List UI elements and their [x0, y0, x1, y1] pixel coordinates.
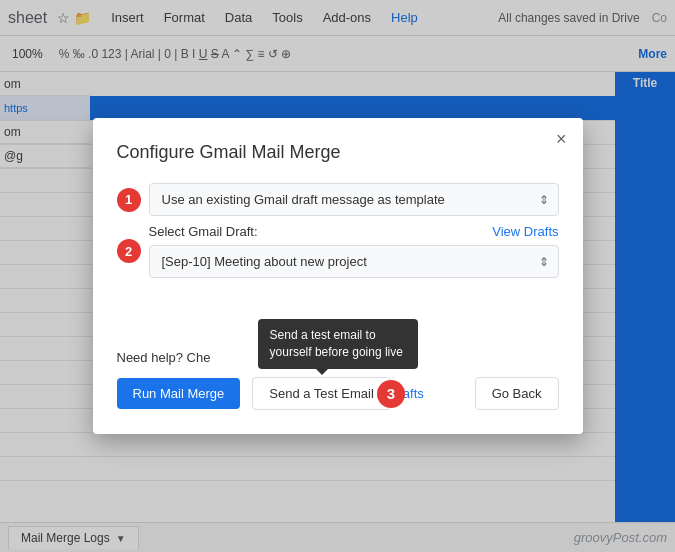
- step2-row: 2 Select Gmail Draft: View Drafts [Sep-1…: [117, 224, 559, 278]
- draft-label-row: Select Gmail Draft: View Drafts: [149, 224, 559, 239]
- step1-badge: 1: [117, 188, 141, 212]
- tooltip-text: Send a test email to yourself before goi…: [270, 328, 403, 359]
- modal-title: Configure Gmail Mail Merge: [117, 142, 559, 163]
- step1-row: 1 Use an existing Gmail draft message as…: [117, 183, 559, 216]
- draft-select[interactable]: [Sep-10] Meeting about new project: [149, 245, 559, 278]
- view-drafts-button[interactable]: afts: [403, 386, 424, 401]
- modal-close-button[interactable]: ×: [556, 130, 567, 148]
- modal-overlay: × Configure Gmail Mail Merge 1 Use an ex…: [0, 0, 675, 552]
- step1-content: Use an existing Gmail draft message as t…: [149, 183, 559, 216]
- step2-badge: 2: [117, 239, 141, 263]
- step3-badge: 3: [377, 380, 405, 408]
- button-row: Run Mail Merge Send a test email to your…: [117, 377, 559, 410]
- test-email-wrapper: Send a test email to yourself before goi…: [252, 377, 391, 410]
- view-drafts-link[interactable]: View Drafts: [492, 224, 558, 239]
- run-mail-merge-button[interactable]: Run Mail Merge: [117, 378, 241, 409]
- draft-label: Select Gmail Draft:: [149, 224, 258, 239]
- go-back-button[interactable]: Go Back: [475, 377, 559, 410]
- template-select[interactable]: Use an existing Gmail draft message as t…: [149, 183, 559, 216]
- step2-content: Select Gmail Draft: View Drafts [Sep-10]…: [149, 224, 559, 278]
- template-select-wrapper: Use an existing Gmail draft message as t…: [149, 183, 559, 216]
- modal-dialog: × Configure Gmail Mail Merge 1 Use an ex…: [93, 118, 583, 434]
- draft-select-wrapper: [Sep-10] Meeting about new project ⇕: [149, 245, 559, 278]
- help-text: Need help? Che: [117, 350, 211, 365]
- tooltip-box: Send a test email to yourself before goi…: [258, 319, 418, 369]
- send-test-email-button[interactable]: Send a Test Email: [252, 377, 391, 410]
